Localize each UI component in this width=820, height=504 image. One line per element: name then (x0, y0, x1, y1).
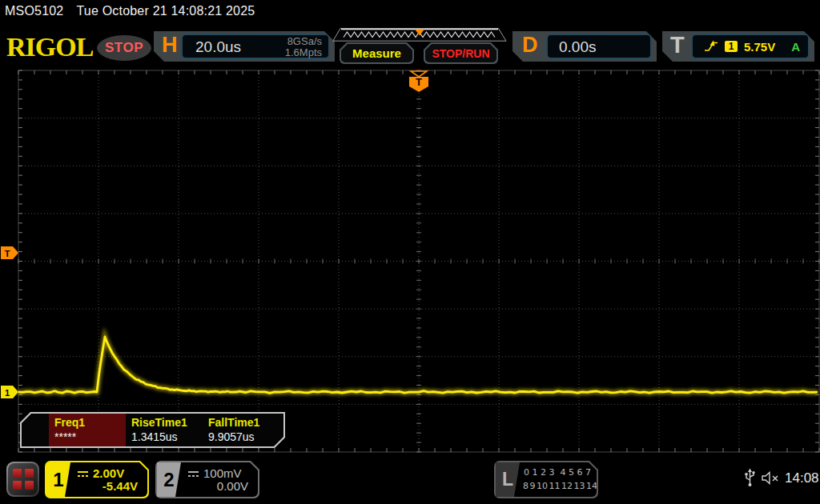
oscilloscope-screen: TT1 MSO5102Tue October 21 14:08:21 2025 … (0, 0, 820, 504)
channel-2-block[interactable]: 2 100mV 0.00V (155, 461, 259, 498)
stop-run-button[interactable]: STOP/RUN (424, 42, 498, 64)
trigger-display: 1 5.75V A (691, 34, 810, 59)
horizontal-timebase-block[interactable]: H 20.0us 8GSa/s 1.6Mpts (154, 31, 335, 62)
measure-button[interactable]: Measure (340, 42, 414, 64)
measurement-panel: Freq1 ***** RiseTime1 1.3415us FallTime1… (20, 412, 285, 448)
acquisition-status-text: STOP (105, 40, 143, 56)
svg-text:T: T (416, 76, 422, 88)
logic-channels-row1: 0 1 2 3 4 5 6 7 (523, 467, 592, 478)
trigger-block[interactable]: T 1 5.75V A (662, 31, 814, 62)
trigger-level-value: 5.75V (744, 40, 775, 54)
measurement-name: RiseTime1 (131, 416, 203, 429)
trigger-source-badge: 1 (725, 41, 738, 52)
clock: 14:08 (785, 470, 819, 486)
model-label: MSO5102 (5, 4, 63, 18)
acquisition-status-badge: STOP (97, 35, 151, 61)
svg-text:1: 1 (5, 388, 10, 398)
channel-2-scale: 100mV (203, 466, 242, 480)
channel-1-offset: -5.44V (102, 479, 138, 493)
channel-1-block[interactable]: 1 2.00V -5.44V (45, 461, 149, 498)
delay-block[interactable]: D 0.00s (512, 31, 657, 62)
timebase-display: 20.0us 8GSa/s 1.6Mpts (181, 34, 330, 59)
channel-2-tab: 2 (157, 462, 181, 497)
logic-channels-row2: 8 9 10 11 12 13 14 15 (523, 481, 592, 491)
speaker-muted-icon (762, 471, 781, 485)
windows-grid-button[interactable] (6, 462, 39, 497)
grid-icon (8, 463, 38, 495)
dc-coupling-icon (187, 469, 199, 478)
measurement-value: 9.9057us (208, 430, 279, 443)
delay-display: 0.00s (546, 34, 652, 59)
measurement-value: ***** (54, 430, 126, 443)
channel-1-tab: 1 (46, 462, 70, 497)
channel-1-scale: 2.00V (93, 466, 124, 480)
measurement-risetime1[interactable]: RiseTime1 1.3415us (126, 414, 203, 446)
trigger-sweep-mode: A (791, 40, 800, 54)
stop-run-button-label: STOP/RUN (432, 47, 489, 60)
horizontal-label: H (162, 33, 178, 58)
rising-edge-icon (704, 40, 718, 53)
datetime-label: Tue October 21 14:08:21 2025 (76, 4, 255, 18)
waveform-position-strip[interactable] (332, 28, 507, 42)
measurement-value: 1.3415us (131, 430, 203, 443)
measurement-falltime1[interactable]: FallTime1 9.9057us (203, 414, 279, 446)
svg-text:T: T (5, 249, 10, 258)
timebase-value: 20.0us (195, 38, 241, 56)
top-status-bar: MSO5102Tue October 21 14:08:21 2025 (5, 4, 255, 18)
usb-icon (744, 468, 756, 487)
measure-button-label: Measure (352, 46, 401, 60)
delay-value: 0.00s (559, 38, 596, 56)
measurement-panel-lead (22, 414, 49, 446)
channel-2-offset: 0.00V (217, 479, 248, 493)
logic-analyzer-tab: L (496, 462, 520, 497)
measurement-freq1[interactable]: Freq1 ***** (49, 414, 126, 446)
dc-coupling-icon (77, 469, 89, 478)
trigger-label: T (670, 32, 685, 58)
sample-rate: 8GSa/s (285, 36, 322, 47)
sample-rate-display: 8GSa/s 1.6Mpts (285, 35, 322, 58)
logic-analyzer-block[interactable]: L 0 1 2 3 4 5 6 7 8 9 10 11 12 13 14 15 (494, 461, 598, 498)
memory-depth: 1.6Mpts (285, 47, 322, 58)
delay-label: D (522, 33, 538, 58)
measurement-name: FallTime1 (208, 416, 279, 429)
measurement-name: Freq1 (54, 416, 126, 429)
rigol-logo: RIGOL (6, 32, 93, 62)
